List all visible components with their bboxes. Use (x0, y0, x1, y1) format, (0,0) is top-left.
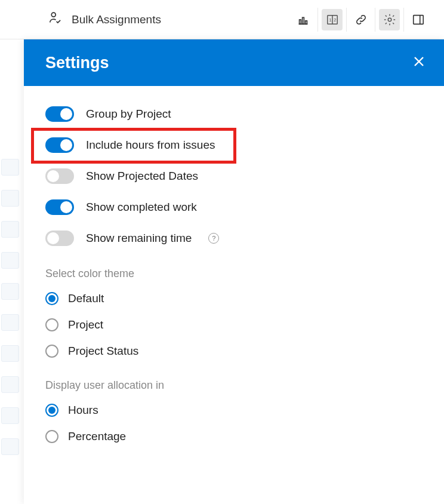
radio-row-project[interactable]: Project (45, 318, 423, 331)
settings-panel-body: Group by Project Include hours from issu… (24, 86, 444, 504)
radio-project-status[interactable] (45, 345, 58, 358)
svg-point-0 (51, 13, 56, 17)
radio-row-default[interactable]: Default (45, 292, 423, 305)
panel-right-icon (412, 13, 425, 26)
toggle-row-show-remaining: Show remaining time ? (45, 231, 423, 246)
toggle-row-group-by-project: Group by Project (45, 106, 423, 122)
toggle-label-show-projected: Show Projected Dates (86, 170, 198, 183)
toggle-label-show-completed: Show completed work (86, 201, 197, 214)
close-button[interactable] (412, 54, 426, 71)
bulk-assignments-button[interactable]: Bulk Assignments (48, 10, 161, 29)
svg-text:2: 2 (334, 17, 336, 22)
toggle-show-completed[interactable] (45, 199, 74, 215)
toggle-label-show-remaining: Show remaining time (86, 232, 192, 245)
toggle-group-by-project[interactable] (45, 106, 74, 122)
panel-icon-button[interactable] (408, 9, 428, 30)
radio-label-hours: Hours (68, 404, 98, 417)
toolbar-icons: 1 2 (289, 8, 432, 32)
link-icon (354, 13, 368, 26)
radio-hours[interactable] (45, 404, 58, 417)
settings-panel-header: Settings (24, 39, 444, 86)
toggle-row-show-projected: Show Projected Dates (45, 168, 423, 184)
svg-rect-2 (303, 17, 304, 24)
toolbar: Bulk Assignments 1 2 (0, 0, 444, 39)
radio-row-hours[interactable]: Hours (45, 404, 423, 417)
svg-rect-3 (306, 20, 307, 24)
radio-label-project: Project (68, 318, 103, 331)
radio-percentage[interactable] (45, 430, 58, 443)
radio-label-project-status: Project Status (68, 345, 138, 358)
toggle-include-hours[interactable] (45, 137, 74, 153)
toggle-row-include-hours: Include hours from issues (45, 137, 423, 153)
svg-point-8 (388, 18, 391, 21)
allocation-heading: Display user allocation in (45, 379, 423, 392)
person-check-icon (48, 10, 63, 29)
link-icon-button[interactable] (350, 9, 371, 30)
radio-default[interactable] (45, 292, 58, 305)
columns-12-icon: 1 2 (326, 13, 339, 26)
gear-icon (383, 13, 396, 26)
svg-text:1: 1 (329, 17, 331, 22)
toggle-show-projected[interactable] (45, 168, 74, 184)
help-icon[interactable]: ? (208, 233, 219, 244)
toggle-row-show-completed: Show completed work (45, 199, 423, 215)
bulk-assignments-label: Bulk Assignments (72, 13, 161, 26)
close-icon (412, 54, 426, 69)
radio-row-project-status[interactable]: Project Status (45, 345, 423, 358)
color-theme-heading: Select color theme (45, 268, 423, 280)
svg-rect-9 (413, 15, 423, 24)
svg-rect-1 (300, 20, 301, 24)
columns-icon-button[interactable]: 1 2 (322, 9, 343, 30)
radio-label-default: Default (68, 292, 104, 305)
background-grid (0, 39, 24, 504)
chart-icon-button[interactable] (292, 9, 314, 30)
toggle-show-remaining[interactable] (45, 231, 74, 246)
settings-title: Settings (45, 54, 109, 72)
bar-chart-icon (297, 13, 310, 26)
settings-icon-button[interactable] (379, 9, 400, 30)
radio-row-percentage[interactable]: Percentage (45, 430, 423, 443)
radio-label-percentage: Percentage (68, 430, 126, 443)
settings-panel: Settings Group by Project Include hours … (24, 39, 444, 504)
toggle-label-include-hours: Include hours from issues (86, 139, 215, 152)
toggle-label-group-by-project: Group by Project (86, 107, 171, 121)
radio-project[interactable] (45, 318, 58, 331)
